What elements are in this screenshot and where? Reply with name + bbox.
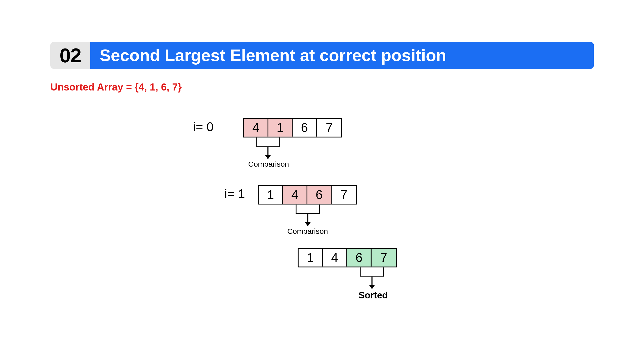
array-cell: 1 [299,249,323,266]
array-cell: 6 [293,119,317,137]
comparison-bracket [296,204,320,214]
array-cell: 4 [244,119,268,137]
array-state-0: 4 1 6 7 [243,118,342,138]
array-cell: 7 [332,186,356,204]
comparison-bracket [256,138,280,147]
comparison-label: Comparison [287,227,328,236]
unsorted-array-label: Unsorted Array = {4, 1, 6, 7} [50,81,594,93]
arrow-down-icon [264,147,272,159]
row-label: i= 1 [224,187,245,201]
step-number: 02 [50,42,90,69]
sorted-bracket [360,267,384,277]
array-cell: 1 [259,186,283,204]
step-title: Second Largest Element at correct positi… [90,42,594,69]
array-state-1: 1 4 6 7 [258,185,357,205]
svg-marker-3 [305,222,311,227]
bubble-sort-diagram: i= 0 4 1 6 7 Comparison i= 1 1 4 6 7 [193,118,487,319]
row-label: i= 0 [193,120,214,134]
arrow-down-icon [304,214,312,226]
arrow-down-icon [368,277,376,289]
array-cell: 4 [323,249,347,266]
array-cell: 4 [283,186,307,204]
array-cell: 7 [317,119,341,137]
step-header: 02 Second Largest Element at correct pos… [50,42,594,69]
array-state-2: 1 4 6 7 [298,248,397,267]
comparison-label: Comparison [248,160,289,169]
array-cell: 6 [347,249,372,266]
sorted-label: Sorted [358,290,388,301]
array-cell: 6 [307,186,332,204]
array-cell: 1 [268,119,293,137]
svg-marker-5 [369,285,375,289]
svg-marker-1 [265,155,271,159]
array-cell: 7 [372,249,396,266]
